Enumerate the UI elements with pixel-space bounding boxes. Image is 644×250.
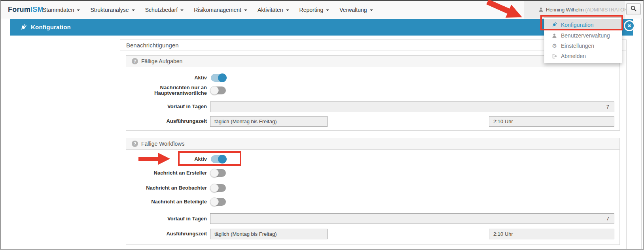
section-title: Fällige Aufgaben	[141, 56, 182, 67]
dropdown-item-label: Konfiguration	[561, 22, 594, 28]
menu-item-label: Risikomanagement	[194, 7, 241, 13]
page-title: Konfiguration	[31, 19, 71, 36]
help-icon[interactable]: ?	[132, 141, 138, 147]
toggle-knob	[218, 155, 227, 164]
menu-item-stammdaten[interactable]: Stammdaten	[43, 7, 80, 13]
user-icon	[551, 33, 557, 38]
page-header-bar: Konfiguration	[10, 19, 633, 36]
ausfuehrungszeit-time-input[interactable]	[489, 229, 614, 239]
logo-accent: ISM	[30, 6, 44, 13]
sign-out-icon	[551, 53, 557, 59]
help-icon[interactable]: ?	[132, 58, 138, 64]
search-button[interactable]	[626, 3, 641, 15]
ausfuehrungszeit-label: Ausführungszeit	[126, 230, 207, 238]
aktiv-label: Aktiv	[126, 155, 207, 163]
plug-icon	[551, 22, 557, 28]
user-menu-trigger[interactable]: Henning Wilhelm (ADMINISTRATOR)	[524, 1, 625, 19]
beobachter-toggle[interactable]	[211, 184, 226, 192]
user-name: Henning Wilhelm	[546, 7, 583, 13]
menu-item-label: Strukturanalyse	[90, 7, 129, 13]
menu-item-reporting[interactable]: Reporting	[299, 7, 330, 13]
close-panel-button[interactable]: ✖	[624, 20, 635, 31]
menu-item-aktivitaeten[interactable]: Aktivitäten	[258, 7, 289, 13]
gear-icon: ⚙	[551, 43, 557, 49]
user-role: (ADMINISTRATOR)	[585, 7, 629, 13]
toggle-knob	[210, 169, 219, 177]
chevron-down-icon	[326, 9, 329, 11]
chevron-down-icon	[244, 9, 247, 11]
menu-item-label: Verwaltung	[339, 7, 367, 13]
forumism-app: ForumISM Stammdaten Strukturanalyse Schu…	[0, 0, 644, 250]
hauptverantwortliche-toggle[interactable]	[211, 86, 226, 94]
toggle-knob	[210, 184, 219, 192]
beteiligte-label: Nachricht an Beteiligte	[126, 198, 207, 206]
chevron-down-icon	[77, 9, 80, 11]
vorlauf-label: Vorlauf in Tagen	[126, 103, 207, 111]
ausfuehrungszeit-label: Ausführungszeit	[126, 117, 207, 125]
dropdown-item-label: Abmelden	[561, 53, 586, 59]
aktiv-label: Aktiv	[126, 74, 207, 82]
hauptverantwortliche-label: Nachrichten nur an Hauptverantwortliche	[126, 85, 207, 96]
menu-item-strukturanalyse[interactable]: Strukturanalyse	[90, 7, 134, 13]
vorlauf-input[interactable]	[210, 102, 614, 112]
main-menu: Stammdaten Strukturanalyse Schutzbedarf …	[43, 1, 373, 19]
user-icon	[538, 7, 544, 12]
user-dropdown-menu: Konfiguration Benutzerverwaltung ⚙ Einst…	[544, 17, 622, 63]
dropdown-item-einstellungen[interactable]: ⚙ Einstellungen	[544, 41, 622, 51]
ausfuehrungszeit-schedule-input[interactable]	[210, 229, 328, 239]
toggle-knob	[210, 86, 219, 95]
ersteller-toggle[interactable]	[211, 169, 226, 177]
menu-item-verwaltung[interactable]: Verwaltung	[339, 7, 373, 13]
chevron-down-icon	[370, 9, 373, 11]
top-navbar: ForumISM Stammdaten Strukturanalyse Schu…	[1, 1, 643, 19]
menu-item-label: Aktivitäten	[258, 7, 283, 13]
logo-primary: Forum	[8, 6, 30, 13]
beobachter-label: Nachricht an Beobachter	[126, 184, 207, 192]
ausfuehrungszeit-time-input[interactable]	[489, 116, 614, 127]
label-line: Nachrichten nur an	[126, 85, 207, 90]
menu-item-risikomanagement[interactable]: Risikomanagement	[194, 7, 247, 13]
app-logo[interactable]: ForumISM	[8, 1, 44, 19]
section-header: ? Fällige Workflows	[126, 138, 619, 150]
chevron-down-icon	[180, 9, 184, 11]
ersteller-label: Nachricht an Ersteller	[126, 169, 207, 177]
menu-item-label: Stammdaten	[43, 7, 74, 13]
section-faellige-aufgaben: ? Fällige Aufgaben Aktiv Nachrichten nur…	[126, 55, 620, 131]
section-faellige-workflows: ? Fällige Workflows Aktiv Nachricht an E…	[126, 138, 620, 245]
ausfuehrungszeit-schedule-input[interactable]	[210, 116, 328, 127]
plug-icon	[19, 23, 27, 33]
chevron-down-icon	[286, 9, 289, 11]
menu-item-label: Reporting	[299, 7, 324, 13]
dropdown-item-benutzerverwaltung[interactable]: Benutzerverwaltung	[544, 30, 622, 41]
section-title: Fällige Workflows	[141, 138, 184, 149]
chevron-down-icon	[132, 9, 135, 11]
dropdown-item-konfiguration[interactable]: Konfiguration	[544, 19, 622, 30]
vorlauf-label: Vorlauf in Tagen	[126, 215, 207, 223]
search-icon	[630, 5, 637, 13]
menu-item-label: Schutzbedarf	[145, 7, 178, 13]
menu-item-schutzbedarf[interactable]: Schutzbedarf	[145, 7, 184, 13]
label-line: Hauptverantwortliche	[126, 90, 207, 96]
aktiv-toggle[interactable]	[211, 155, 226, 163]
toggle-knob	[210, 197, 219, 206]
beteiligte-toggle[interactable]	[211, 198, 226, 206]
toggle-knob	[218, 73, 227, 82]
dropdown-item-label: Einstellungen	[561, 43, 594, 49]
dropdown-item-abmelden[interactable]: Abmelden	[544, 51, 622, 61]
aktiv-toggle[interactable]	[211, 74, 226, 82]
vorlauf-input[interactable]	[210, 213, 614, 224]
dropdown-item-label: Benutzerverwaltung	[561, 32, 610, 39]
